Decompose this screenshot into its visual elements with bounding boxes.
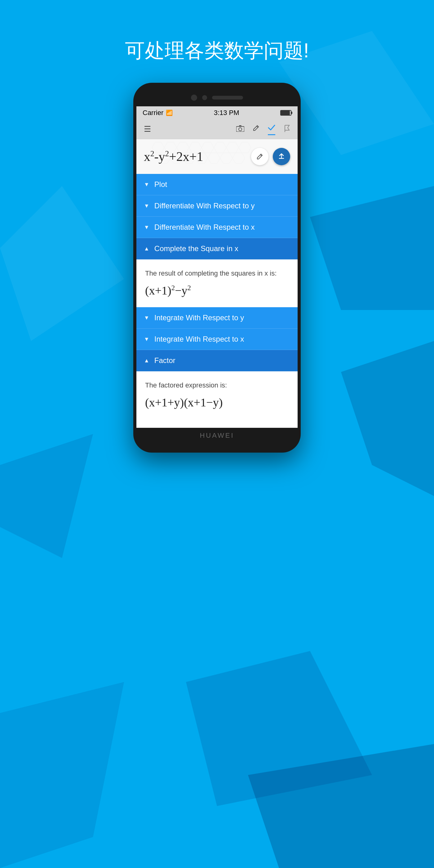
menu-label-integrate-x: Integrate With Respect to x: [154, 335, 244, 343]
svg-marker-16: [202, 142, 214, 153]
svg-marker-7: [248, 744, 434, 868]
menu-list: ▼ Plot ▼ Differentiate With Respect to y…: [136, 174, 298, 428]
menu-icon[interactable]: ☰: [144, 124, 151, 134]
menu-item-plot[interactable]: ▼ Plot: [136, 174, 298, 195]
phone-speaker: [212, 96, 243, 99]
chevron-integrate-x: ▼: [144, 336, 149, 343]
menu-item-complete-square[interactable]: ▲ Complete the Square in x: [136, 238, 298, 259]
menu-item-diff-y[interactable]: ▼ Differentiate With Respect to y: [136, 195, 298, 217]
pencil-icon[interactable]: [253, 124, 259, 134]
panel-factor: The factored expression is: (x+1+y)(x+1−…: [136, 371, 298, 428]
menu-label-integrate-y: Integrate With Respect to y: [154, 313, 244, 322]
phone-bottom-bezel: HUAWEI: [133, 428, 301, 443]
svg-marker-2: [310, 186, 434, 310]
svg-marker-19: [239, 142, 251, 153]
complete-square-result: (x+1)2−y2: [145, 284, 289, 297]
svg-marker-0: [0, 186, 124, 341]
svg-point-9: [239, 128, 242, 131]
factor-result: (x+1+y)(x+1−y): [145, 396, 289, 409]
battery-fill: [281, 111, 290, 115]
chevron-complete-square: ▲: [144, 246, 149, 252]
chevron-diff-x: ▼: [144, 224, 149, 230]
camera-icon[interactable]: [236, 124, 244, 134]
menu-item-integrate-y[interactable]: ▼ Integrate With Respect to y: [136, 307, 298, 329]
phone-screen: Carrier 📶 3:13 PM ☰: [136, 106, 298, 428]
phone-brand: HUAWEI: [199, 432, 234, 440]
clock: 3:13 PM: [214, 109, 239, 117]
flag-icon[interactable]: [284, 125, 290, 134]
upload-button[interactable]: [273, 148, 290, 165]
status-bar: Carrier 📶 3:13 PM: [136, 106, 298, 119]
svg-marker-17: [214, 142, 226, 153]
phone-camera: [191, 95, 197, 101]
panel-complete-square: The result of completing the squares in …: [136, 259, 298, 307]
expression-area: x2-y2+2x+1: [136, 139, 298, 174]
svg-marker-26: [232, 153, 245, 163]
toolbar-right: [236, 123, 290, 135]
svg-marker-18: [226, 142, 239, 153]
phone-mockup: Carrier 📶 3:13 PM ☰: [133, 83, 301, 453]
menu-label-diff-y: Differentiate With Respect to y: [154, 202, 255, 210]
svg-marker-4: [341, 341, 434, 496]
menu-label-plot: Plot: [154, 180, 167, 189]
status-left: Carrier 📶: [143, 109, 173, 117]
menu-label-diff-x: Differentiate With Respect to x: [154, 223, 255, 231]
chevron-factor: ▲: [144, 358, 149, 364]
menu-label-complete-square: Complete the Square in x: [154, 244, 238, 253]
svg-marker-6: [0, 682, 124, 868]
svg-rect-10: [239, 125, 242, 127]
chevron-diff-y: ▼: [144, 203, 149, 209]
svg-marker-3: [0, 434, 93, 558]
status-right: [280, 110, 291, 116]
wifi-icon: 📶: [166, 110, 173, 116]
phone-dot: [202, 95, 207, 100]
expression-buttons: [251, 148, 290, 165]
app-toolbar: ☰: [136, 119, 298, 139]
menu-label-factor: Factor: [154, 356, 176, 365]
check-icon[interactable]: [268, 123, 275, 135]
page-title: 可处理各类数学问题!: [125, 37, 309, 64]
svg-marker-5: [186, 651, 372, 806]
menu-item-factor[interactable]: ▲ Factor: [136, 350, 298, 371]
battery-icon: [280, 110, 291, 116]
menu-item-integrate-x[interactable]: ▼ Integrate With Respect to x: [136, 329, 298, 350]
chevron-plot: ▼: [144, 181, 149, 188]
svg-marker-25: [220, 153, 232, 163]
chevron-integrate-y: ▼: [144, 315, 149, 321]
factor-subtitle: The factored expression is:: [145, 381, 289, 390]
menu-item-diff-x[interactable]: ▼ Differentiate With Respect to x: [136, 217, 298, 238]
phone-top-bezel: [133, 92, 301, 106]
svg-marker-24: [208, 153, 220, 163]
carrier-label: Carrier: [143, 109, 163, 117]
complete-square-subtitle: The result of completing the squares in …: [145, 269, 289, 277]
edit-expression-button[interactable]: [251, 148, 269, 165]
expression-display: x2-y2+2x+1: [144, 149, 204, 164]
